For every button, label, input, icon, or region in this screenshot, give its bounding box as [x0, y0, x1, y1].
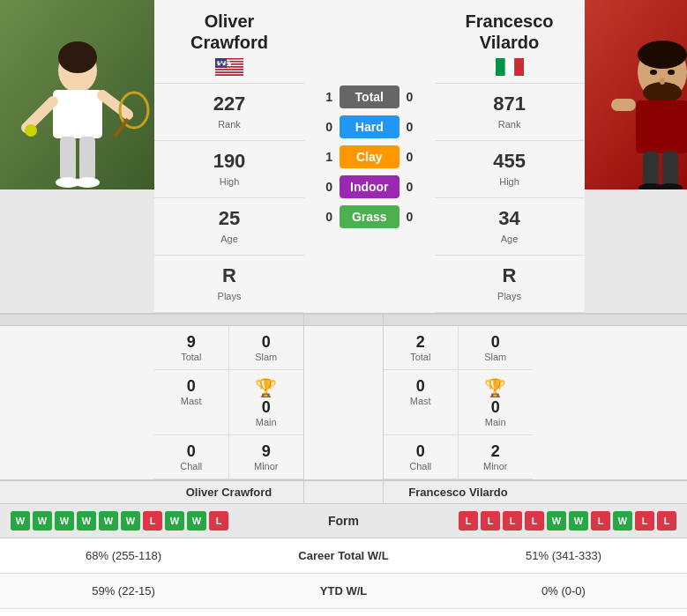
svg-rect-41	[636, 100, 687, 153]
form-badge-left: L	[209, 511, 228, 531]
stats-row-right-value: $0	[440, 611, 687, 616]
left-sub-name	[154, 315, 304, 325]
right-slam-cell: 0 Slam	[459, 326, 534, 370]
grass-score-right: 0	[400, 210, 426, 224]
italy-flag-icon	[496, 58, 524, 76]
stats-row-right-value: 51% (341-333)	[440, 540, 687, 571]
form-badge-right: L	[525, 511, 544, 531]
svg-text:★★★★: ★★★★	[216, 59, 231, 64]
form-badge-left: W	[121, 511, 140, 531]
form-badge-right: L	[503, 511, 522, 531]
center-surface-section: 1 Total 0 0 Hard 0 1 Clay 0 0 Indoor 0	[304, 0, 435, 313]
left-mast-cell: 0 Mast	[154, 370, 229, 435]
form-label: Form	[291, 514, 397, 528]
form-badge-right: L	[481, 511, 500, 531]
clay-score-right: 0	[400, 150, 426, 164]
left-trophy-cell: 🏆 0 Main	[229, 370, 304, 435]
svg-rect-21	[215, 68, 243, 70]
stats-row-label: YTD W/L	[247, 575, 440, 606]
left-total-cell: 9 Total	[154, 326, 229, 370]
right-trophy-cell: 🏆 0 Main	[459, 370, 534, 435]
svg-rect-10	[79, 137, 95, 181]
left-high-stat: 190 High	[154, 141, 304, 198]
stats-row: 59% (22-15)YTD W/L0% (0-0)	[0, 574, 687, 609]
hard-badge[interactable]: Hard	[340, 115, 400, 138]
clay-score-left: 1	[313, 150, 340, 164]
form-badge-right: L	[459, 511, 478, 531]
right-flag-container	[442, 58, 578, 76]
grass-badge[interactable]: Grass	[340, 205, 400, 228]
right-player-subname-label: Francesco Vilardo	[383, 481, 533, 503]
clay-badge[interactable]: Clay	[340, 145, 400, 168]
right-player-stats: Francesco Vilardo 871 Rank 455	[435, 0, 585, 313]
right-player-name: Francesco Vilardo	[442, 11, 578, 53]
total-score-right: 0	[400, 90, 426, 104]
form-badge-right: W	[547, 511, 566, 531]
right-player-photo	[585, 0, 687, 189]
stats-row-left-value: $0	[0, 611, 247, 616]
indoor-badge[interactable]: Indoor	[340, 175, 400, 198]
surface-row-grass: 0 Grass 0	[313, 205, 426, 228]
right-high-stat: 455 High	[435, 141, 585, 198]
stats-row-right-value: 0% (0-0)	[440, 575, 687, 606]
form-badges-left: WWWWWWLWWL	[11, 511, 291, 531]
form-badge-right: L	[591, 511, 610, 531]
players-section: Oliver Crawford	[0, 0, 687, 315]
surface-row-indoor: 0 Indoor 0	[313, 175, 426, 198]
stats-table: 68% (255-118)Career Total W/L51% (341-33…	[0, 538, 687, 616]
name-labels-row: Oliver Crawford Francesco Vilardo	[0, 481, 687, 504]
left-rank-stat: 227 Rank	[154, 84, 304, 141]
right-rank-stat: 871 Rank	[435, 84, 585, 141]
surface-row-hard: 0 Hard 0	[313, 115, 426, 138]
left-minor-cell: 9 Minor	[229, 435, 304, 479]
svg-rect-22	[215, 69, 243, 71]
usa-flag-icon: ★★★ ★★★★	[215, 58, 243, 76]
form-section: WWWWWWLWWL Form LLLLWWLWLL	[0, 504, 687, 538]
right-player-name-section: Francesco Vilardo	[435, 0, 585, 84]
total-badge: Total	[340, 85, 400, 108]
form-badge-right: L	[635, 511, 654, 531]
right-plays-stat: R Plays	[435, 256, 585, 313]
form-badge-left: W	[187, 511, 206, 531]
form-badge-left: L	[143, 511, 162, 531]
left-slam-cell: 0 Slam	[229, 326, 304, 370]
form-badge-right: W	[613, 511, 632, 531]
indoor-score-left: 0	[313, 180, 340, 194]
svg-rect-31	[504, 58, 514, 76]
stats-row: 68% (255-118)Career Total W/L51% (341-33…	[0, 538, 687, 574]
svg-rect-26	[215, 74, 243, 76]
stats-row-left-value: 59% (22-15)	[0, 575, 247, 606]
right-mast-cell: 0 Mast	[384, 370, 459, 435]
surface-row-clay: 1 Clay 0	[313, 145, 426, 168]
svg-rect-42	[611, 99, 636, 111]
svg-rect-25	[215, 73, 243, 75]
form-badge-right: W	[569, 511, 588, 531]
form-badge-left: W	[11, 511, 30, 531]
svg-rect-4	[53, 90, 102, 138]
left-player-stats: Oliver Crawford	[154, 0, 304, 313]
svg-rect-44	[643, 152, 659, 187]
svg-point-38	[650, 70, 657, 75]
svg-rect-45	[662, 152, 678, 187]
left-small-stats: 9 Total 0 Slam 0 Mast 🏆 0 Main 0 Chall 9	[154, 326, 304, 479]
form-badge-right: L	[657, 511, 676, 531]
stats-row-label: Career Total W/L	[247, 540, 440, 571]
svg-point-40	[660, 78, 665, 85]
center-spacer	[304, 326, 383, 479]
form-badge-left: W	[33, 511, 52, 531]
surface-row-total: 1 Total 0	[313, 85, 426, 108]
stats-row-label: Career Prize Money	[247, 611, 440, 616]
svg-rect-23	[215, 71, 243, 72]
svg-rect-24	[215, 71, 243, 73]
stats-row: $0Career Prize Money$0	[0, 609, 687, 616]
left-player-photo	[0, 0, 154, 189]
indoor-score-right: 0	[400, 180, 426, 194]
left-flag-container: ★★★ ★★★★	[161, 58, 297, 76]
svg-point-36	[638, 41, 687, 69]
left-player-name-section: Oliver Crawford	[154, 0, 304, 84]
detailed-stats-row: 9 Total 0 Slam 0 Mast 🏆 0 Main 0 Chall 9	[0, 326, 687, 481]
form-badge-left: W	[77, 511, 96, 531]
svg-rect-32	[514, 58, 524, 76]
hard-score-right: 0	[400, 120, 426, 134]
stats-row-left-value: 68% (255-118)	[0, 540, 247, 571]
